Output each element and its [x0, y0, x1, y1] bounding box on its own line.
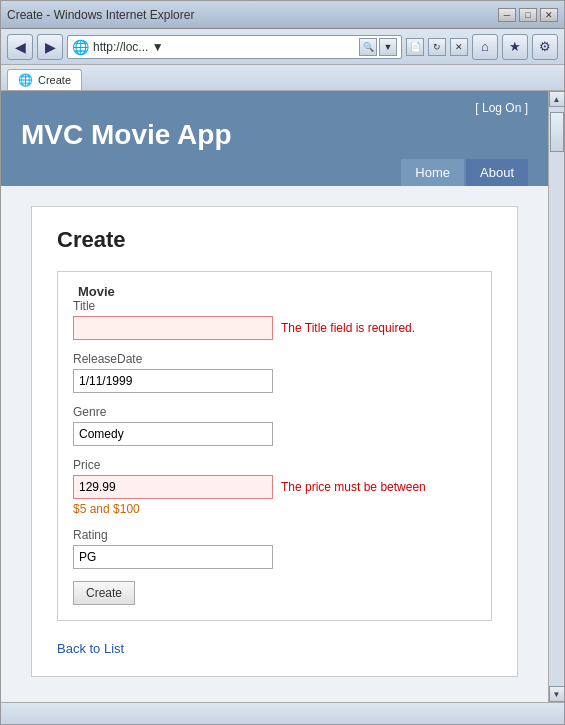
price-group: Price The price must be between $5 and $… [73, 458, 476, 516]
price-field-row: The price must be between [73, 475, 476, 499]
page-button[interactable]: 📄 [406, 38, 424, 56]
scroll-down-button[interactable]: ▼ [549, 686, 565, 702]
minimize-button[interactable]: ─ [498, 8, 516, 22]
back-button[interactable]: ◀ [7, 34, 33, 60]
genre-label: Genre [73, 405, 476, 419]
title-label: Title [73, 299, 476, 313]
logon-link[interactable]: [ Log On ] [475, 101, 528, 115]
back-to-list-link[interactable]: Back to List [57, 641, 492, 656]
nav-bar: Home About [21, 159, 528, 186]
release-date-group: ReleaseDate [73, 352, 476, 393]
scroll-up-button[interactable]: ▲ [549, 91, 565, 107]
title-bar: Create - Windows Internet Explorer ─ □ ✕ [1, 1, 564, 29]
address-controls: 🔍 ▼ [359, 38, 397, 56]
refresh-button[interactable]: ↻ [428, 38, 446, 56]
scrollbar: ▲ ▼ [548, 91, 564, 702]
create-button[interactable]: Create [73, 581, 135, 605]
site-title: MVC Movie App [21, 119, 528, 151]
rating-group: Rating [73, 528, 476, 569]
close-button[interactable]: ✕ [540, 8, 558, 22]
tools-button[interactable]: ⚙ [532, 34, 558, 60]
browser-toolbar: ◀ ▶ 🌐 http://loc... ▼ 🔍 ▼ 📄 ↻ ✕ ⌂ ★ ⚙ [1, 29, 564, 65]
scroll-thumb[interactable] [550, 112, 564, 152]
search-button[interactable]: 🔍 [359, 38, 377, 56]
forward-button[interactable]: ▶ [37, 34, 63, 60]
genre-group: Genre [73, 405, 476, 446]
price-label: Price [73, 458, 476, 472]
fieldset-legend: Movie [73, 284, 120, 299]
nav-about[interactable]: About [466, 159, 528, 186]
scroll-track[interactable] [549, 107, 564, 686]
nav-home[interactable]: Home [401, 159, 464, 186]
title-input[interactable] [73, 316, 273, 340]
address-text: http://loc... ▼ [93, 40, 355, 54]
genre-input[interactable] [73, 422, 273, 446]
page-body: Create Movie Title The Title field is re… [1, 186, 548, 702]
address-dropdown[interactable]: ▼ [379, 38, 397, 56]
site-header: [ Log On ] MVC Movie App Home About [1, 91, 548, 186]
tab-label: Create [38, 74, 71, 86]
movie-fieldset: Movie Title The Title field is required. [57, 271, 492, 621]
title-field-row: The Title field is required. [73, 316, 476, 340]
site-top: [ Log On ] [21, 101, 528, 119]
price-error-block: $5 and $100 [73, 502, 476, 516]
status-bar [1, 702, 564, 724]
tab-bar: 🌐 Create [1, 65, 564, 91]
active-tab[interactable]: 🌐 Create [7, 69, 82, 90]
favorites-button[interactable]: ★ [502, 34, 528, 60]
restore-button[interactable]: □ [519, 8, 537, 22]
browser-window: Create - Windows Internet Explorer ─ □ ✕… [0, 0, 565, 725]
tab-icon: 🌐 [18, 73, 33, 87]
release-date-label: ReleaseDate [73, 352, 476, 366]
title-error-msg: The Title field is required. [281, 321, 415, 335]
page-area: [ Log On ] MVC Movie App Home About Crea… [1, 91, 548, 702]
title-bar-buttons: ─ □ ✕ [498, 8, 558, 22]
rating-label: Rating [73, 528, 476, 542]
address-icon: 🌐 [72, 39, 89, 55]
title-bar-text: Create - Windows Internet Explorer [7, 8, 194, 22]
browser-content: [ Log On ] MVC Movie App Home About Crea… [1, 91, 564, 702]
page-heading: Create [57, 227, 492, 253]
price-input[interactable] [73, 475, 273, 499]
home-nav-button[interactable]: ⌂ [472, 34, 498, 60]
stop-button[interactable]: ✕ [450, 38, 468, 56]
rating-input[interactable] [73, 545, 273, 569]
title-group: Title The Title field is required. [73, 299, 476, 340]
address-bar[interactable]: 🌐 http://loc... ▼ 🔍 ▼ [67, 35, 402, 59]
price-error-msg: The price must be between [281, 480, 426, 494]
release-date-input[interactable] [73, 369, 273, 393]
content-box: Create Movie Title The Title field is re… [31, 206, 518, 677]
